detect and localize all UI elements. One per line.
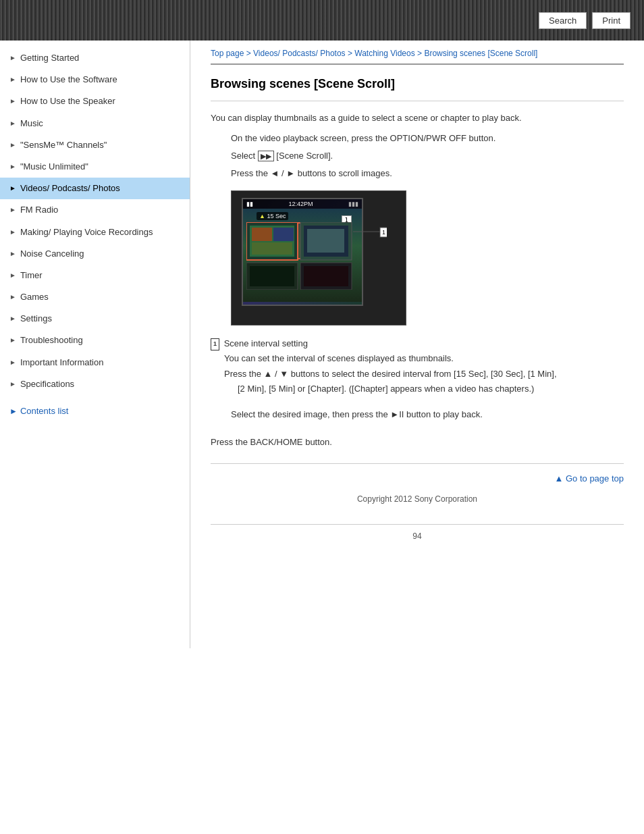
sidebar-item-important-information[interactable]: ► Important Information <box>0 352 190 373</box>
sidebar-item-settings[interactable]: ► Settings <box>0 308 190 330</box>
footer-nav: Go to page top <box>211 463 624 488</box>
note-select: Select the desired image, then press the… <box>231 407 624 422</box>
sidebar-item-how-to-use-speaker[interactable]: ► How to Use the Speaker <box>0 90 190 112</box>
sidebar-item-videos-podcasts-photos[interactable]: ► Videos/ Podcasts/ Photos <box>0 178 190 199</box>
svg-text:1: 1 <box>382 229 385 236</box>
device-time: 12:42PM <box>288 201 313 207</box>
svg-rect-6 <box>273 228 294 241</box>
arrow-icon: ► <box>9 380 16 389</box>
arrow-icon: ► <box>9 119 16 128</box>
note-number: 1 <box>211 338 219 350</box>
contents-list-link[interactable]: ► Contents list <box>0 399 190 423</box>
sidebar-item-music-unlimited[interactable]: ► "Music Unlimited" <box>0 156 190 178</box>
device-screen: ▮▮ 12:42PM ▮▮▮ ▲ 15 Sec 1 <box>242 198 363 306</box>
arrow-icon: ► <box>9 228 16 237</box>
svg-rect-11 <box>304 266 348 286</box>
arrow-icon: ► <box>9 336 16 345</box>
breadcrumb: Top page > Videos/ Podcasts/ Photos > Wa… <box>211 41 624 65</box>
step2-text: Select ▶▶ [Scene Scroll]. <box>231 149 624 163</box>
svg-rect-5 <box>252 228 272 241</box>
device-thumbnail-area <box>246 222 354 290</box>
note-section: 1 Scene interval setting You can set the… <box>211 336 624 396</box>
sidebar-item-timer[interactable]: ► Timer <box>0 265 190 286</box>
arrow-icon: ► <box>9 249 16 259</box>
arrow-icon: ► <box>9 271 16 280</box>
arrow-icon: ► <box>9 205 16 215</box>
callout-line: 1 <box>353 225 387 238</box>
arrow-icon: ► <box>9 162 16 172</box>
arrow-icon: ► <box>9 140 16 150</box>
content-area: Top page > Videos/ Podcasts/ Photos > Wa… <box>190 41 644 648</box>
arrow-icon: ► <box>9 75 16 84</box>
arrow-icon: ► <box>9 358 16 367</box>
page-header: Search Print <box>0 0 644 41</box>
svg-rect-7 <box>252 242 292 255</box>
sidebar-item-how-to-use-software[interactable]: ► How to Use the Software <box>0 69 190 90</box>
pause-icon: ▮▮ <box>246 201 253 207</box>
step-back-text: Press the BACK/HOME button. <box>211 435 624 450</box>
breadcrumb-watching-videos[interactable]: Watching Videos <box>354 49 414 58</box>
breadcrumb-current: Browsing scenes [Scene Scroll] <box>424 49 537 58</box>
sidebar-item-making-playing-voice[interactable]: ► Making/ Playing Voice Recordings <box>0 221 190 243</box>
device-content: ▲ 15 Sec 1 <box>243 209 362 302</box>
sidebar-item-troubleshooting[interactable]: ► Troubleshooting <box>0 330 190 351</box>
search-button[interactable]: Search <box>539 12 587 29</box>
breadcrumb-videos-podcasts[interactable]: Videos/ Podcasts/ Photos <box>253 49 346 58</box>
sidebar-item-music[interactable]: ► Music <box>0 113 190 134</box>
step3-text: Press the ◄ / ► buttons to scroll images… <box>231 166 624 181</box>
sidebar-item-games[interactable]: ► Games <box>0 286 190 308</box>
sec-label: ▲ 15 Sec <box>257 212 288 220</box>
arrow-icon: ► <box>9 97 16 106</box>
sidebar-item-noise-canceling[interactable]: ► Noise Canceling <box>0 243 190 265</box>
device-statusbar: ▮▮ 12:42PM ▮▮▮ <box>243 199 362 209</box>
copyright-text: Copyright 2012 Sony Corporation <box>211 488 624 517</box>
sidebar: ► Getting Started ► How to Use the Softw… <box>0 41 190 648</box>
device-screenshot: ▮▮ 12:42PM ▮▮▮ ▲ 15 Sec 1 <box>231 190 406 325</box>
arrow-right-icon: ► <box>9 407 18 416</box>
step1-text: On the video playback screen, press the … <box>231 131 624 146</box>
main-layout: ► Getting Started ► How to Use the Softw… <box>0 41 644 648</box>
page-number: 94 <box>211 524 624 548</box>
arrow-icon: ► <box>9 292 16 302</box>
breadcrumb-top-page[interactable]: Top page <box>211 49 244 58</box>
section-divider <box>211 101 624 101</box>
signal-icon: ▮▮▮ <box>348 201 358 207</box>
page-title: Browsing scenes [Scene Scroll] <box>211 77 624 91</box>
note-heading: 1 Scene interval setting <box>211 336 624 351</box>
sidebar-item-specifications[interactable]: ► Specifications <box>0 373 190 395</box>
arrow-icon: ► <box>9 53 16 63</box>
go-to-top-link[interactable]: Go to page top <box>555 473 624 484</box>
sidebar-item-fm-radio[interactable]: ► FM Radio <box>0 199 190 221</box>
intro-text: You can display thumbnails as a guide to… <box>211 111 624 126</box>
sidebar-item-getting-started[interactable]: ► Getting Started <box>0 47 190 69</box>
note-press2: [2 Min], [5 Min] or [Chapter]. ([Chapter… <box>238 382 624 396</box>
print-button[interactable]: Print <box>592 12 630 29</box>
svg-rect-9 <box>307 229 344 253</box>
arrow-icon: ► <box>9 314 16 323</box>
sidebar-item-sensme-channels[interactable]: ► "SensMe™ Channels" <box>0 134 190 156</box>
svg-rect-10 <box>250 266 294 286</box>
note-body: You can set the interval of scenes displ… <box>224 351 624 366</box>
arrow-icon: ► <box>9 184 16 193</box>
note-press: Press the ▲ / ▼ buttons to select the de… <box>224 367 624 382</box>
